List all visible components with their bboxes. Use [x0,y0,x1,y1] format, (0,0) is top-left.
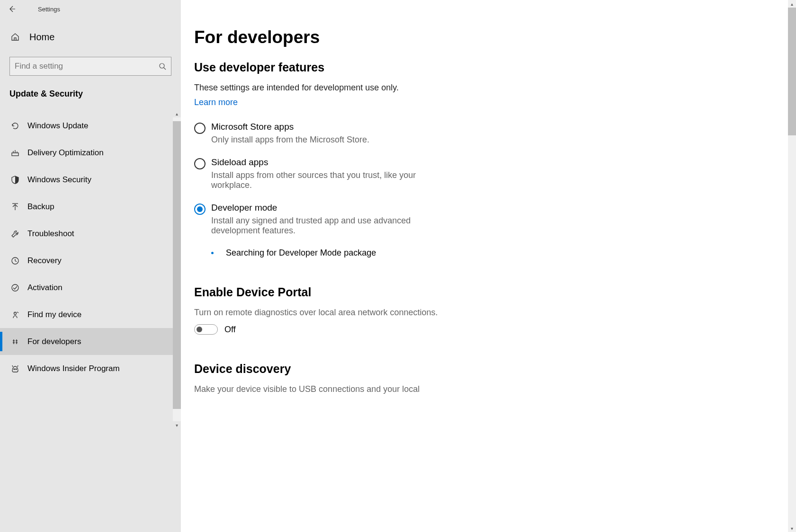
content-scrollbar[interactable]: ▴ ▾ [788,0,796,532]
section-use-dev-features-desc: These settings are intended for developm… [194,83,626,93]
sidebar-item-label: Find my device [27,310,81,319]
svg-point-11 [14,312,17,314]
wrench-icon [9,229,21,239]
section-device-portal-desc: Turn on remote diagnostics over local ar… [194,308,626,318]
sidebar-item-label: Windows Update [27,121,89,131]
dev-features-radio-group: Microsoft Store appsOnly install apps fr… [194,122,626,236]
sidebar-item-label: Delivery Optimization [27,148,104,158]
device-portal-toggle[interactable] [194,324,218,335]
arrow-left-icon [8,5,16,13]
page-title: For developers [194,27,626,47]
learn-more-link[interactable]: Learn more [194,98,238,107]
scroll-down-icon[interactable]: ▾ [173,421,181,429]
status-text: Searching for Developer Mode package [226,248,376,258]
shield-icon [9,175,21,185]
refresh-icon [9,121,21,131]
radio-sideload-apps[interactable]: Sideload appsInstall apps from other sou… [194,157,626,190]
sidebar-item-troubleshoot[interactable]: Troubleshoot [0,220,181,247]
sidebar-item-label: Windows Insider Program [27,364,120,373]
svg-rect-6 [12,153,18,156]
sidebar-item-label: Troubleshoot [27,229,74,239]
radio-circle-icon [194,158,206,169]
sidebar-item-windows-update[interactable]: Windows Update [0,112,181,139]
delivery-icon [9,148,21,158]
radio-title: Developer mode [211,203,429,213]
sidebar-item-find-my-device[interactable]: Find my device [0,301,181,328]
scroll-up-icon[interactable]: ▴ [173,110,181,117]
sidebar-scrollbar[interactable]: ▴ ▾ [173,117,181,421]
back-button[interactable] [0,0,24,18]
search-box[interactable] [9,57,171,76]
radio-desc: Install any signed and trusted app and u… [211,216,429,236]
sidebar-nav: Windows UpdateDelivery OptimizationWindo… [0,112,181,532]
sidebar-item-label: Activation [27,283,63,293]
radio-circle-icon [194,123,206,134]
sidebar-item-backup[interactable]: Backup [0,193,181,220]
sidebar-item-activation[interactable]: Activation [0,274,181,301]
device-portal-toggle-label: Off [224,325,236,335]
sidebar-item-label: Recovery [27,256,62,266]
insider-icon [9,364,21,373]
section-device-portal-heading: Enable Device Portal [194,285,626,299]
svg-point-12 [14,369,15,370]
radio-title: Sideload apps [211,157,429,168]
sidebar-item-for-developers[interactable]: For developers [0,328,181,355]
sidebar-item-windows-security[interactable]: Windows Security [0,166,181,193]
sidebar-item-delivery-optimization[interactable]: Delivery Optimization [0,139,181,166]
radio-desc: Install apps from other sources that you… [211,170,429,190]
radio-developer-mode[interactable]: Developer modeInstall any signed and tru… [194,203,626,236]
section-device-discovery-desc: Make your device visible to USB connecti… [194,384,626,394]
radio-title: Microsoft Store apps [211,122,369,132]
developers-icon [9,337,21,346]
sidebar-item-label: Windows Security [27,175,91,185]
recovery-icon [9,256,21,266]
dev-mode-status: Searching for Developer Mode package [211,248,626,258]
home-label: Home [29,32,54,43]
search-input[interactable] [15,62,159,71]
radio-circle-icon [194,204,206,215]
window-title: Settings [38,6,60,13]
sidebar-section-title: Update & Security [9,89,181,99]
sidebar-item-label: For developers [27,337,81,346]
sidebar-item-label: Backup [27,202,54,212]
find-icon [9,310,21,319]
search-icon [159,62,166,70]
svg-point-13 [16,369,17,370]
radio-desc: Only install apps from the Microsoft Sto… [211,135,369,145]
content-scrollbar-thumb[interactable] [788,8,796,135]
section-device-discovery-heading: Device discovery [194,362,626,376]
section-use-dev-features-heading: Use developer features [194,61,626,74]
backup-icon [9,202,21,212]
svg-line-5 [164,68,166,70]
sidebar-item-windows-insider-program[interactable]: Windows Insider Program [0,355,181,382]
sidebar-scrollbar-thumb[interactable] [173,121,181,409]
sidebar: Home Update & Security Windows UpdateDel… [0,0,181,532]
svg-point-4 [160,63,164,68]
sidebar-item-recovery[interactable]: Recovery [0,247,181,274]
home-icon [9,32,21,42]
home-nav[interactable]: Home [0,24,181,50]
activation-icon [9,283,21,293]
radio-microsoft-store-apps[interactable]: Microsoft Store appsOnly install apps fr… [194,122,626,145]
content-scroll-down-icon[interactable]: ▾ [788,524,796,532]
spinner-icon [211,252,214,254]
content: For developers Use developer features Th… [181,0,796,532]
toggle-knob [197,327,202,332]
svg-point-10 [12,284,18,291]
